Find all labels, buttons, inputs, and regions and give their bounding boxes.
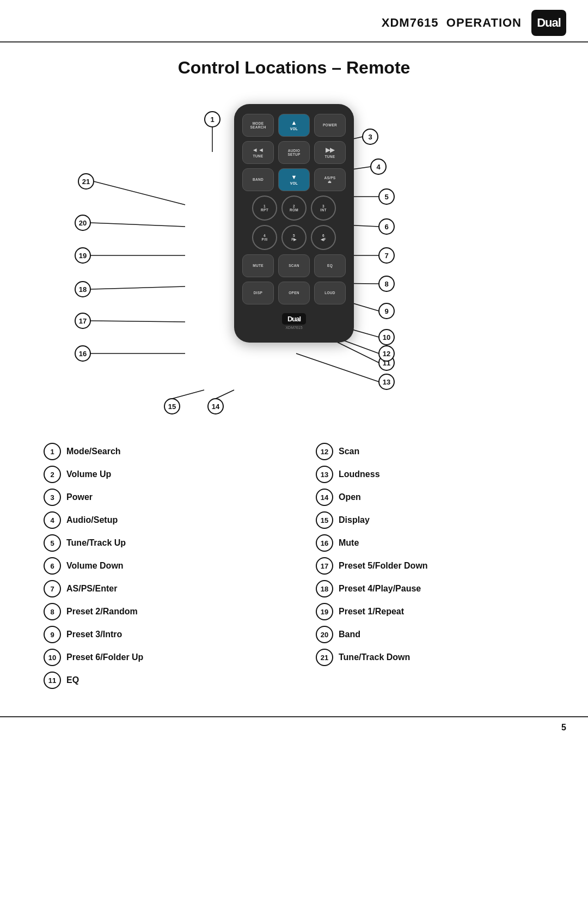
remote-area: 21 20 19 18 17 16 15 14 1 bbox=[0, 88, 588, 425]
svg-text:3: 3 bbox=[368, 133, 372, 141]
remote-grid: MODESEARCH ▲ VOL POWER ◄◄ TUNE AUDIOSETU… bbox=[242, 114, 346, 331]
list-item: 8 Preset 2/Random bbox=[44, 603, 283, 620]
svg-line-14 bbox=[90, 321, 185, 322]
btn-6-rew[interactable]: 6◀F bbox=[311, 225, 336, 250]
mute-btn[interactable]: MUTE bbox=[242, 254, 274, 277]
svg-text:18: 18 bbox=[79, 285, 87, 294]
btn-5-fwd[interactable]: 5F▶ bbox=[281, 225, 307, 250]
legend-left: 1 Mode/Search 2 Volume Up 3 Power 4 Audi… bbox=[44, 443, 283, 694]
svg-text:5: 5 bbox=[384, 193, 388, 201]
legend: 1 Mode/Search 2 Volume Up 3 Power 4 Audi… bbox=[0, 425, 588, 716]
band-btn[interactable]: BAND bbox=[242, 168, 274, 191]
svg-text:7: 7 bbox=[384, 252, 388, 260]
list-item: 11 EQ bbox=[44, 672, 283, 689]
list-item: 4 Audio/Setup bbox=[44, 511, 283, 529]
vol-up-btn[interactable]: ▲ VOL bbox=[278, 114, 310, 137]
svg-line-5 bbox=[90, 223, 185, 227]
svg-point-60 bbox=[379, 374, 394, 389]
svg-text:10: 10 bbox=[383, 333, 390, 341]
svg-point-24 bbox=[205, 112, 220, 127]
svg-text:12: 12 bbox=[383, 350, 390, 358]
audio-setup-btn[interactable]: AUDIOSETUP bbox=[278, 141, 310, 164]
list-item: 15 Display bbox=[316, 511, 555, 529]
list-item: 2 Volume Up bbox=[44, 466, 283, 483]
open-btn[interactable]: OPEN bbox=[278, 282, 310, 304]
svg-point-57 bbox=[379, 346, 394, 361]
svg-text:11: 11 bbox=[383, 359, 390, 367]
remote-row-6: MUTE SCAN EQ bbox=[242, 254, 346, 277]
disp-btn[interactable]: DISP bbox=[242, 282, 274, 304]
remote-row-2: ◄◄ TUNE AUDIOSETUP ▶▶ TUNE bbox=[242, 141, 346, 164]
list-item: 10 Preset 6/Folder Up bbox=[44, 649, 283, 666]
remote-row-4: 1RPT 2ROM 3INT bbox=[242, 196, 346, 221]
btn-1-rpt[interactable]: 1RPT bbox=[252, 196, 277, 221]
svg-point-18 bbox=[164, 399, 180, 414]
mode-search-btn[interactable]: MODESEARCH bbox=[242, 114, 274, 137]
svg-text:4: 4 bbox=[376, 163, 381, 171]
list-item: 3 Power bbox=[44, 489, 283, 506]
svg-point-21 bbox=[208, 399, 223, 414]
svg-point-15 bbox=[75, 346, 90, 361]
list-item: 21 Tune/Track Down bbox=[316, 649, 555, 666]
vol-down-btn[interactable]: ▼ VOL bbox=[278, 168, 310, 191]
svg-point-48 bbox=[379, 303, 394, 319]
remote-row-3: BAND ▼ VOL AS/PS⏏ bbox=[242, 168, 346, 191]
svg-text:1: 1 bbox=[210, 115, 214, 124]
svg-text:14: 14 bbox=[212, 402, 220, 411]
legend-right: 12 Scan 13 Loudness 14 Open 15 Display 1… bbox=[316, 443, 555, 694]
list-item: 17 Preset 5/Folder Down bbox=[316, 557, 555, 575]
list-item: 1 Mode/Search bbox=[44, 443, 283, 460]
scan-btn[interactable]: SCAN bbox=[278, 254, 310, 277]
model-name: XDM7615 bbox=[382, 16, 439, 29]
remote-row-5: 4P/II 5F▶ 6◀F bbox=[242, 225, 346, 250]
svg-text:17: 17 bbox=[79, 317, 87, 325]
eq-btn[interactable]: EQ bbox=[314, 254, 346, 277]
btn-3-int[interactable]: 3INT bbox=[311, 196, 336, 221]
section-name: OPERATION bbox=[446, 16, 522, 29]
svg-line-62 bbox=[296, 353, 379, 382]
svg-text:8: 8 bbox=[384, 280, 388, 288]
svg-point-42 bbox=[379, 248, 394, 263]
page-title: Control Locations – Remote bbox=[0, 58, 588, 78]
header: XDM7615 OPERATION Dual bbox=[0, 0, 588, 42]
svg-text:9: 9 bbox=[384, 307, 388, 315]
list-item: 9 Preset 3/Intro bbox=[44, 626, 283, 643]
list-item: 6 Volume Down bbox=[44, 557, 283, 575]
asps-btn[interactable]: AS/PS⏏ bbox=[314, 168, 346, 191]
svg-point-0 bbox=[78, 174, 94, 189]
svg-point-54 bbox=[379, 355, 394, 370]
svg-point-12 bbox=[75, 313, 90, 328]
page-number: 5 bbox=[561, 723, 566, 733]
remote-row-1: MODESEARCH ▲ VOL POWER bbox=[242, 114, 346, 137]
svg-point-9 bbox=[75, 282, 90, 297]
svg-text:16: 16 bbox=[79, 350, 87, 358]
svg-text:6: 6 bbox=[384, 223, 388, 231]
svg-point-33 bbox=[371, 159, 386, 174]
svg-line-11 bbox=[90, 286, 185, 289]
list-item: 16 Mute bbox=[316, 534, 555, 552]
list-item: 5 Tune/Track Up bbox=[44, 534, 283, 552]
remote-body: MODESEARCH ▲ VOL POWER ◄◄ TUNE AUDIOSETU… bbox=[234, 104, 354, 343]
svg-point-30 bbox=[363, 129, 378, 144]
power-btn[interactable]: POWER bbox=[314, 114, 346, 137]
svg-text:15: 15 bbox=[168, 402, 176, 411]
tune-fwd-btn[interactable]: ▶▶ TUNE bbox=[314, 141, 346, 164]
svg-point-36 bbox=[379, 189, 394, 204]
tune-back-btn[interactable]: ◄◄ TUNE bbox=[242, 141, 274, 164]
loud-btn[interactable]: LOUD bbox=[314, 282, 346, 304]
svg-text:21: 21 bbox=[82, 178, 90, 186]
list-item: 7 AS/PS/Enter bbox=[44, 580, 283, 597]
btn-4-pause[interactable]: 4P/II bbox=[252, 225, 277, 250]
svg-point-3 bbox=[75, 215, 90, 230]
svg-line-23 bbox=[216, 390, 234, 399]
header-title: XDM7615 OPERATION bbox=[382, 16, 522, 30]
svg-text:20: 20 bbox=[79, 219, 87, 227]
list-item: 18 Preset 4/Play/Pause bbox=[316, 580, 555, 597]
svg-point-39 bbox=[379, 219, 394, 234]
list-item: 13 Loudness bbox=[316, 466, 555, 483]
dual-logo: Dual bbox=[531, 10, 566, 36]
list-item: 19 Preset 1/Repeat bbox=[316, 603, 555, 620]
svg-line-2 bbox=[94, 181, 185, 205]
svg-point-45 bbox=[379, 276, 394, 291]
btn-2-rom[interactable]: 2ROM bbox=[281, 196, 307, 221]
